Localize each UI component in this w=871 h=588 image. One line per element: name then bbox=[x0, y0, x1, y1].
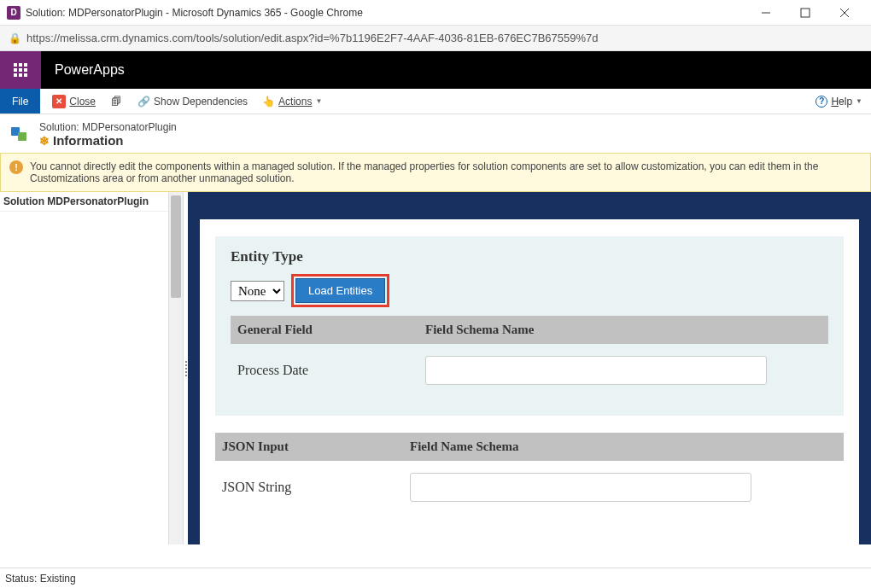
entity-column-headers: General Field Field Schema Name bbox=[231, 316, 828, 344]
col-json-input: JSON Input bbox=[222, 440, 410, 454]
process-date-label: Process Date bbox=[237, 363, 425, 378]
help-label: Help bbox=[831, 96, 852, 108]
window-title: Solution: MDPersonatorPlugin - Microsoft… bbox=[26, 7, 746, 19]
json-string-row: JSON String bbox=[215, 461, 844, 514]
sidebar-scrollbar[interactable] bbox=[168, 192, 184, 544]
file-tab[interactable]: File bbox=[0, 89, 40, 114]
app-launcher-button[interactable] bbox=[0, 51, 41, 89]
help-icon: ? bbox=[815, 96, 827, 108]
chevron-down-icon: ▼ bbox=[856, 97, 862, 105]
solution-header: Solution: MDPersonatorPlugin ❄ Informati… bbox=[0, 114, 871, 153]
json-column-headers: JSON Input Field Name Schema bbox=[215, 433, 844, 461]
navigation-sidebar: Solution MDPersonatorPlugin bbox=[0, 192, 188, 544]
entity-section-title: Entity Type bbox=[231, 248, 828, 265]
show-deps-label: Show Dependencies bbox=[154, 96, 248, 108]
waffle-icon bbox=[14, 63, 27, 77]
svg-rect-1 bbox=[801, 9, 810, 17]
warning-icon: ! bbox=[9, 160, 23, 174]
solution-breadcrumb: Solution: MDPersonatorPlugin bbox=[39, 121, 177, 133]
scrollbar-thumb[interactable] bbox=[171, 195, 182, 298]
content-area: Entity Type None Load Entities General F… bbox=[188, 192, 871, 544]
show-dependencies-button[interactable]: 🔗 Show Dependencies bbox=[137, 95, 248, 108]
close-label: Close bbox=[69, 96, 96, 108]
tree-title: Solution MDPersonatorPlugin bbox=[0, 192, 168, 212]
status-text: Status: Existing bbox=[5, 573, 76, 585]
export-icon: 🗐 bbox=[109, 95, 123, 108]
json-section: JSON Input Field Name Schema JSON String bbox=[215, 433, 844, 514]
window-title-bar: D Solution: MDPersonatorPlugin - Microso… bbox=[0, 0, 871, 26]
close-window-button[interactable] bbox=[825, 0, 864, 26]
dependencies-icon: 🔗 bbox=[137, 95, 150, 108]
entity-type-section: Entity Type None Load Entities General F… bbox=[215, 236, 844, 416]
json-string-label: JSON String bbox=[222, 480, 410, 495]
help-button[interactable]: ? Help ▼ bbox=[807, 89, 871, 114]
entity-select[interactable]: None bbox=[231, 281, 284, 301]
svg-rect-5 bbox=[18, 132, 26, 141]
process-date-input[interactable] bbox=[425, 356, 767, 385]
process-date-row: Process Date bbox=[231, 344, 828, 397]
col-field-name-schema: Field Name Schema bbox=[410, 440, 518, 454]
chevron-down-icon: ▼ bbox=[315, 97, 322, 105]
actions-menu[interactable]: 👆 Actions ▼ bbox=[261, 95, 322, 108]
splitter-handle[interactable] bbox=[183, 192, 188, 544]
json-string-input[interactable] bbox=[410, 473, 751, 502]
solution-icon bbox=[9, 121, 32, 145]
url-text: https://melissa.crm.dynamics.com/tools/s… bbox=[26, 32, 599, 44]
lock-icon: 🔒 bbox=[9, 32, 21, 44]
col-general-field: General Field bbox=[237, 323, 425, 337]
col-schema-name: Field Schema Name bbox=[425, 323, 534, 337]
browser-url-bar: 🔒 https://melissa.crm.dynamics.com/tools… bbox=[0, 26, 871, 51]
actions-icon: 👆 bbox=[261, 95, 275, 108]
page-title: Information bbox=[53, 133, 124, 148]
load-entities-highlight: Load Entities bbox=[291, 274, 389, 307]
powerapps-brand: PowerApps bbox=[41, 51, 138, 89]
export-button[interactable]: 🗐 bbox=[109, 95, 123, 108]
maximize-button[interactable] bbox=[786, 0, 825, 26]
load-entities-button[interactable]: Load Entities bbox=[295, 278, 385, 303]
close-icon: ✕ bbox=[52, 95, 66, 108]
powerapps-header: PowerApps bbox=[0, 51, 871, 89]
minimize-button[interactable] bbox=[746, 0, 786, 26]
app-icon: D bbox=[7, 6, 20, 20]
window-controls bbox=[746, 0, 864, 26]
close-button[interactable]: ✕ Close bbox=[52, 95, 96, 108]
toolbar: File ✕ Close 🗐 🔗 Show Dependencies 👆 Act… bbox=[0, 89, 871, 114]
warning-banner: ! You cannot directly edit the component… bbox=[0, 153, 871, 192]
warning-text: You cannot directly edit the components … bbox=[30, 160, 862, 184]
status-bar: Status: Existing bbox=[0, 568, 871, 588]
actions-label: Actions bbox=[278, 96, 312, 108]
gear-icon: ❄ bbox=[39, 134, 50, 148]
